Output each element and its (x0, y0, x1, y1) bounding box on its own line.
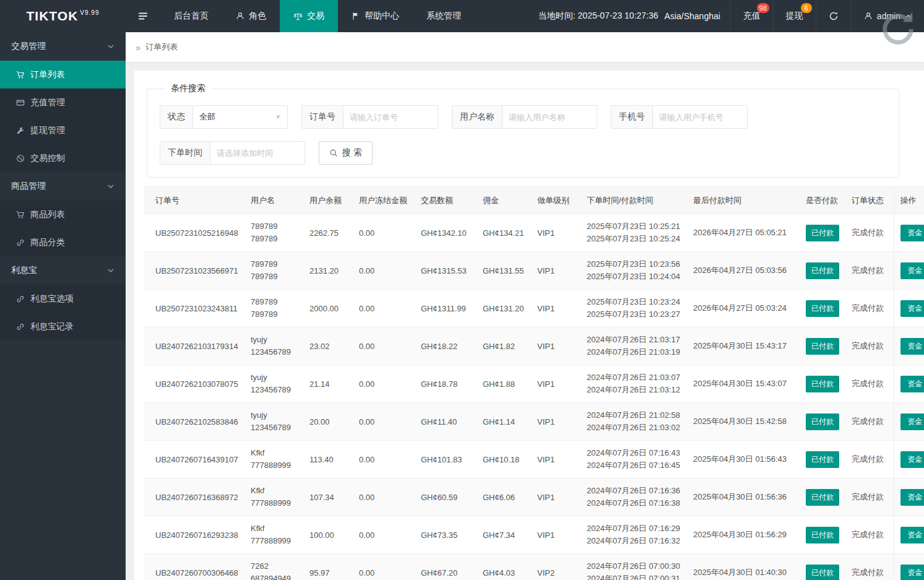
sidebar-item-label: 利息宝选项 (30, 293, 74, 305)
sidebar-toggle-button[interactable] (126, 0, 160, 32)
sidebar-item-product-list[interactable]: 商品列表 (0, 201, 126, 228)
cell-paid: 已付款 (800, 365, 845, 403)
pay-time-line: 2024年07月26日 21:03:12 (587, 384, 681, 396)
table-row: UB2407262103179314 tyujy 123456789 23.02… (144, 327, 924, 365)
cell-frozen: 0.00 (353, 441, 415, 478)
nav-item-help-center[interactable]: 帮助中心 (338, 0, 413, 32)
cell-last-pay-time: 2025年04月30日 15:43:17 (687, 327, 800, 365)
username-input[interactable] (503, 106, 597, 128)
funds-button[interactable]: 资金 (900, 413, 924, 430)
topbar: TIKTOK V9.99 后台首页 角色 交易 帮助中心 (0, 0, 924, 32)
funds-button[interactable]: 资金 (900, 489, 924, 506)
funds-button[interactable]: 资金 (900, 300, 924, 317)
cell-amount: GH¢11.40 (415, 403, 477, 441)
col-amount: 交易数额 (415, 187, 477, 214)
wrench-icon (16, 126, 25, 135)
cell-balance: 100.00 (303, 516, 353, 554)
app-logo: TIKTOK V9.99 (0, 0, 126, 32)
cell-commission: GH¢131.20 (477, 290, 531, 327)
username-line2: 789789 (251, 308, 297, 321)
local-time-text: 当地时间: 2025-07-23 10:27:36 (538, 11, 658, 22)
table-row: UB2407260716368972 Kfkf 777888999 107.34… (144, 478, 924, 516)
withdraw-shortcut[interactable]: 提现 6 (773, 0, 816, 32)
order-table-body: UB2507231025216948 789789 789789 2262.75… (144, 214, 924, 580)
order-list-card: 条件搜索 状态 全部 ▼ 订单号 用户名称 (134, 71, 924, 580)
order-time-line: 2024年07月26日 21:02:58 (587, 409, 681, 422)
cell-balance: 107.34 (303, 478, 353, 516)
cell-action: 资金 (894, 327, 924, 365)
phone-label: 手机号 (611, 106, 653, 128)
username-line2: 123456789 (251, 422, 297, 434)
cell-action: 资金 (894, 554, 924, 580)
funds-button[interactable]: 资金 (900, 527, 924, 543)
sidebar-item-recharge-mgmt[interactable]: 充值管理 (0, 89, 126, 116)
cell-last-pay-time: 2025年04月30日 01:56:29 (687, 516, 800, 554)
funds-button[interactable]: 资金 (900, 376, 924, 392)
cell-order-time: 2024年07月26日 07:00:30 2024年07月26日 07:00:3… (581, 554, 687, 580)
sidebar-item-product-category[interactable]: 商品分类 (0, 228, 126, 256)
cell-username: tyujy 123456789 (244, 327, 303, 365)
nav-item-trade[interactable]: 交易 (280, 0, 338, 32)
funds-button[interactable]: 资金 (900, 565, 924, 580)
cell-level: VIP1 (531, 327, 581, 365)
credit-card-icon (16, 98, 25, 107)
cell-level: VIP1 (531, 441, 581, 478)
chevron-down-icon: ▼ (275, 114, 281, 120)
nav-item-system[interactable]: 系统管理 (413, 0, 475, 32)
order-time-filter-group: 下单时间 (160, 141, 305, 165)
sidebar-group-trade[interactable]: 交易管理 (0, 32, 126, 61)
col-order-no: 订单号 (144, 187, 244, 214)
funds-button[interactable]: 资金 (900, 451, 924, 468)
cell-level: VIP1 (531, 290, 581, 327)
local-time: 当地时间: 2025-07-23 10:27:36 Asia/Shanghai (529, 0, 730, 32)
cell-order-no: UB2407262103179314 (144, 327, 244, 365)
cell-level: VIP1 (531, 365, 581, 403)
order-time-input[interactable] (210, 142, 304, 164)
cell-frozen: 0.00 (353, 554, 415, 580)
chevron-down-icon (107, 183, 114, 190)
pay-time-line: 2025年07月23日 10:24:04 (587, 271, 681, 283)
link-icon (16, 295, 25, 303)
funds-button[interactable]: 资金 (900, 262, 924, 279)
pay-time-line: 2024年07月26日 21:03:02 (587, 422, 681, 434)
cell-order-no: UB2507231023243811 (144, 290, 244, 327)
username-line1: Kfkf (251, 485, 297, 497)
recharge-shortcut[interactable]: 充值 98 (730, 0, 773, 32)
cell-commission: GH¢4.03 (477, 554, 531, 580)
cell-paid: 已付款 (800, 327, 845, 365)
sidebar-group-products[interactable]: 商品管理 (0, 172, 126, 201)
sidebar-item-interest-records[interactable]: 利息宝记录 (0, 313, 126, 340)
table-row: UB2507231023243811 789789 789789 2000.00… (144, 290, 924, 327)
chevron-down-icon (107, 267, 114, 274)
app-version: V9.99 (80, 9, 99, 16)
nav-item-label: 角色 (249, 11, 266, 22)
order-table: 订单号 用户名 用户余额 用户冻结金额 交易数额 佣金 做单级别 下单时间/付款… (144, 186, 924, 580)
funds-button[interactable]: 资金 (900, 338, 924, 355)
cart-icon (16, 71, 25, 79)
cell-order-time: 2024年07月26日 21:02:58 2024年07月26日 21:03:0… (581, 403, 687, 441)
cell-order-no: UB2507231025216948 (144, 214, 244, 252)
cell-last-pay-time: 2025年04月30日 15:43:07 (687, 365, 800, 403)
order-time-label: 下单时间 (160, 142, 210, 164)
username-line1: Kfkf (251, 447, 297, 459)
nav-item-home[interactable]: 后台首页 (160, 0, 222, 32)
phone-input[interactable] (653, 106, 747, 128)
sidebar-group-interest[interactable]: 利息宝 (0, 256, 126, 285)
table-row: UB2507231023566971 789789 789789 2131.20… (144, 252, 924, 290)
sidebar-item-trade-control[interactable]: 交易控制 (0, 144, 126, 172)
refresh-button[interactable] (816, 0, 851, 32)
admin-menu[interactable]: admin (851, 0, 924, 32)
paid-status-badge: 已付款 (806, 376, 839, 392)
cell-amount: GH¢73.35 (415, 516, 477, 554)
search-button[interactable]: 搜 索 (319, 141, 373, 165)
cell-amount: GH¢1315.53 (415, 252, 477, 290)
order-time-line: 2024年07月26日 07:00:30 (587, 560, 681, 573)
pay-time-line: 2024年07月26日 07:16:32 (587, 535, 681, 547)
sidebar-item-order-list[interactable]: 订单列表 (0, 61, 126, 89)
nav-item-role[interactable]: 角色 (222, 0, 280, 32)
funds-button[interactable]: 资金 (900, 225, 924, 241)
sidebar-item-withdraw-mgmt[interactable]: 提现管理 (0, 116, 126, 144)
sidebar-item-interest-options[interactable]: 利息宝选项 (0, 285, 126, 313)
status-select[interactable]: 全部 ▼ (193, 106, 287, 128)
order-no-input[interactable] (343, 106, 438, 128)
